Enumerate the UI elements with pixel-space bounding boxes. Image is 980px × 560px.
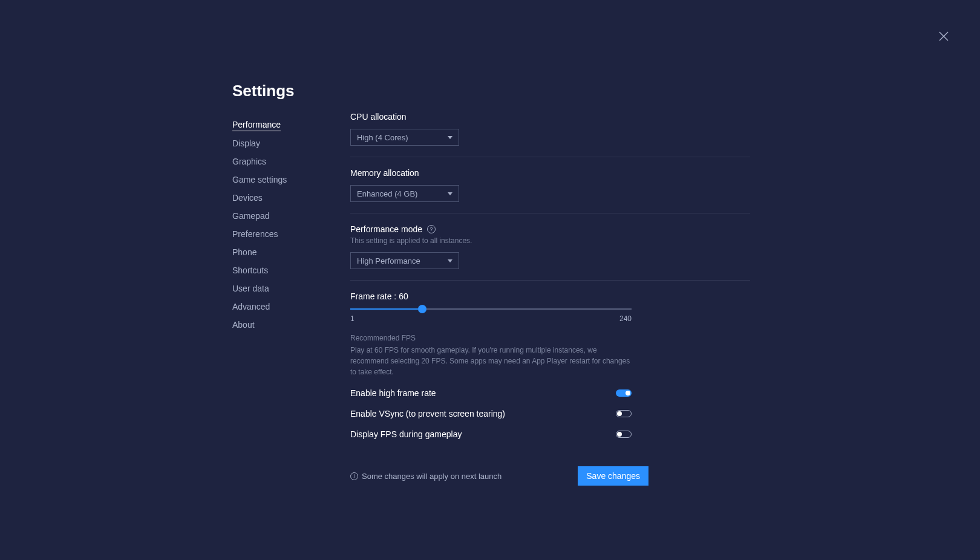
slider-fill [350,308,422,310]
sidebar-item-phone[interactable]: Phone [232,243,350,261]
settings-content: CPU allocation High (4 Cores) Memory all… [350,82,980,486]
chevron-down-icon [448,192,452,195]
sidebar-item-display[interactable]: Display [232,134,350,152]
slider-max: 240 [619,314,632,323]
toggle-knob [617,411,622,416]
cpu-allocation-section: CPU allocation High (4 Cores) [350,112,750,157]
high-frame-rate-toggle[interactable] [616,389,632,397]
slider-range-labels: 1 240 [350,314,632,323]
memory-allocation-label: Memory allocation [350,168,750,178]
frame-rate-section: Frame rate : 60 1 240 Recommended FPS Pl… [350,291,750,486]
footer-row: i Some changes will apply on next launch… [350,466,648,486]
info-icon: i [350,472,358,480]
chevron-down-icon [448,136,452,139]
toggle-knob [617,432,622,437]
close-icon [938,30,950,42]
vsync-label: Enable VSync (to prevent screen tearing) [350,409,505,418]
memory-allocation-section: Memory allocation Enhanced (4 GB) [350,168,750,213]
recommended-fps-text: Play at 60 FPS for smooth gameplay. If y… [350,345,632,377]
sidebar-item-user-data[interactable]: User data [232,279,350,298]
settings-sidebar: Performance Display Graphics Game settin… [232,82,350,486]
sidebar-item-advanced[interactable]: Advanced [232,298,350,316]
display-fps-label: Display FPS during gameplay [350,429,462,439]
high-frame-rate-label: Enable high frame rate [350,388,436,398]
frame-rate-slider[interactable]: 1 240 [350,308,632,323]
sidebar-item-preferences[interactable]: Preferences [232,225,350,243]
memory-allocation-value: Enhanced (4 GB) [357,189,417,198]
toggle-row-vsync: Enable VSync (to prevent screen tearing) [350,409,632,418]
toggle-row-display-fps: Display FPS during gameplay [350,429,632,439]
sidebar-item-about[interactable]: About [232,316,350,334]
close-button[interactable] [938,30,950,42]
chevron-down-icon [448,259,452,262]
slider-track [350,308,632,310]
performance-mode-dropdown[interactable]: High Performance [350,252,459,269]
memory-allocation-dropdown[interactable]: Enhanced (4 GB) [350,185,459,202]
save-changes-button[interactable]: Save changes [578,466,648,486]
performance-mode-section: Performance mode ? This setting is appli… [350,224,750,281]
display-fps-toggle[interactable] [616,431,632,438]
slider-min: 1 [350,314,354,323]
sidebar-item-performance[interactable]: Performance [232,116,281,131]
cpu-allocation-label: CPU allocation [350,112,750,122]
sidebar-item-game-settings[interactable]: Game settings [232,171,350,189]
performance-mode-label: Performance mode ? [350,224,750,234]
cpu-allocation-dropdown[interactable]: High (4 Cores) [350,129,459,146]
performance-mode-sublabel: This setting is applied to all instances… [350,236,750,245]
performance-mode-value: High Performance [357,256,420,265]
help-icon[interactable]: ? [427,225,436,233]
sidebar-item-gamepad[interactable]: Gamepad [232,207,350,225]
page-title: Settings [232,82,295,100]
sidebar-item-devices[interactable]: Devices [232,189,350,207]
toggle-row-high-frame-rate: Enable high frame rate [350,388,632,398]
sidebar-item-shortcuts[interactable]: Shortcuts [232,261,350,279]
sidebar-item-graphics[interactable]: Graphics [232,152,350,171]
vsync-toggle[interactable] [616,410,632,417]
slider-thumb[interactable] [418,305,426,313]
footer-note: i Some changes will apply on next launch [350,472,501,481]
recommended-fps-title: Recommended FPS [350,334,750,342]
cpu-allocation-value: High (4 Cores) [357,133,408,142]
toggle-knob [626,391,630,396]
frame-rate-label: Frame rate : 60 [350,291,750,301]
